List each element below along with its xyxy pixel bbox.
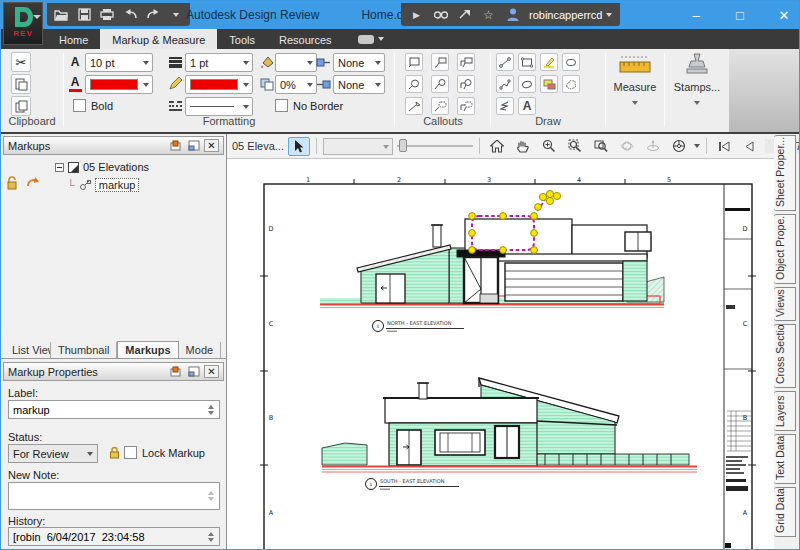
properties-close-icon[interactable]: ✕ [204, 365, 219, 378]
collapse-expander-icon[interactable] [55, 163, 64, 172]
zoom-slider-knob[interactable] [399, 139, 407, 152]
redo-icon[interactable] [145, 7, 161, 23]
tab-markup-measure[interactable]: Markup & Measure [100, 29, 217, 49]
draw-shapes-button[interactable] [540, 75, 558, 93]
application-menu-button[interactable]: REV [3, 2, 43, 45]
previous-page-button[interactable] [739, 137, 761, 156]
draw-freeform-button[interactable] [562, 75, 580, 93]
cloud-leader-callout-button[interactable] [431, 97, 449, 115]
tab-sheet-properties[interactable]: Sheet Proper... [774, 135, 796, 211]
properties-dock-icon[interactable] [186, 365, 201, 379]
orbit-tool-button[interactable] [616, 137, 638, 156]
first-page-button[interactable] [713, 137, 735, 156]
open-file-icon[interactable] [53, 7, 69, 23]
close-button[interactable]: ✕ [775, 8, 793, 23]
fill-color-select[interactable] [275, 53, 317, 72]
rectangle-double-leader-callout-button[interactable] [457, 53, 475, 71]
tab-views[interactable]: Views [774, 287, 796, 321]
lock-markup-checkbox-box[interactable] [124, 446, 137, 459]
turntable-tool-button[interactable] [642, 137, 664, 156]
markups-tree-child-row[interactable]: └ markup [67, 178, 139, 192]
label-input[interactable] [8, 400, 220, 419]
circle-double-leader-callout-button[interactable] [457, 75, 475, 93]
draw-rectangle-button[interactable] [518, 53, 536, 71]
favorites-star-icon[interactable]: ☆ [481, 7, 496, 22]
history-spinner[interactable] [205, 529, 216, 544]
measure-button[interactable]: Measure [608, 51, 662, 129]
zoom-slider[interactable] [397, 138, 473, 154]
tab-cross-sections[interactable]: Cross Sectio... [774, 324, 796, 388]
sheet-name-label[interactable]: 05 Eleva... [232, 140, 284, 152]
markup-node-label[interactable]: markup [95, 178, 140, 192]
select-tool-button[interactable] [288, 137, 310, 156]
tab-layers[interactable]: Layers [774, 391, 796, 431]
undo-icon[interactable] [122, 7, 138, 23]
cloud-double-leader-callout-button[interactable] [457, 97, 475, 115]
sheet-node-label[interactable]: 05 Elevations [83, 161, 149, 173]
dock-panel-icon[interactable] [186, 139, 201, 153]
tab-list-view[interactable]: List View [5, 342, 51, 358]
navigation-caret-icon[interactable] [694, 144, 700, 148]
tab-text-data[interactable]: Text Data [774, 434, 796, 484]
properties-status-icon[interactable] [168, 365, 183, 379]
draw-text-button[interactable]: A [518, 97, 536, 115]
zoom-tool-button[interactable] [538, 137, 560, 156]
rectangle-callout-button[interactable] [405, 53, 423, 71]
arrow-end-select[interactable]: None [333, 75, 385, 94]
tab-markups[interactable]: Markups [117, 341, 178, 358]
tab-mode[interactable]: Mode [179, 342, 222, 358]
arrow-callout-button[interactable] [405, 97, 423, 115]
copy-button[interactable] [11, 96, 31, 116]
markups-panel-close-icon[interactable]: ✕ [204, 139, 219, 152]
signed-in-user-menu[interactable]: robincapperrcd [529, 9, 612, 21]
highlighter-button[interactable] [540, 53, 558, 71]
steering-wheel-button[interactable] [668, 137, 690, 156]
font-color-select[interactable] [85, 75, 153, 94]
save-icon[interactable] [76, 7, 92, 23]
font-size-select[interactable]: 10 pt [85, 53, 153, 72]
bold-checkbox[interactable]: Bold [73, 99, 113, 112]
no-border-checkbox[interactable]: No Border [275, 99, 343, 112]
draw-rounded-rectangle-button[interactable] [562, 53, 580, 71]
draw-polyline-button[interactable] [496, 75, 514, 93]
communication-center-icon[interactable] [457, 7, 472, 22]
tab-resources[interactable]: Resources [267, 29, 344, 49]
pan-tool-button[interactable] [512, 137, 534, 156]
play-tutorial-icon[interactable]: ▶ [409, 7, 424, 22]
paste-button[interactable] [11, 74, 31, 94]
draw-ellipse-button[interactable] [518, 75, 536, 93]
rectangle-leader-callout-button[interactable] [431, 53, 449, 71]
status-select[interactable]: For Review [8, 444, 98, 463]
circle-callout-button[interactable] [405, 75, 423, 93]
circle-leader-callout-button[interactable] [431, 75, 449, 93]
home-view-button[interactable] [486, 137, 508, 156]
search-binoculars-icon[interactable] [433, 7, 448, 22]
no-border-checkbox-box[interactable] [275, 99, 288, 112]
label-spinner[interactable] [205, 402, 216, 417]
tab-tools[interactable]: Tools [217, 29, 267, 49]
lock-markup-checkbox[interactable]: Lock Markup [124, 446, 205, 459]
bold-checkbox-box[interactable] [73, 99, 86, 112]
zoom-extents-button[interactable] [564, 137, 586, 156]
screencast-video-button[interactable] [358, 29, 384, 49]
new-note-spinner[interactable] [205, 484, 216, 508]
maximize-button[interactable]: □ [731, 8, 749, 23]
new-note-textarea[interactable] [8, 482, 220, 510]
tab-thumbnail[interactable]: Thumbnail [51, 342, 117, 358]
cut-button[interactable]: ✂ [11, 52, 31, 72]
line-weight-select[interactable]: 1 pt [185, 53, 253, 72]
tab-home[interactable]: Home [47, 29, 100, 49]
stamps-button[interactable]: Stamps... [670, 51, 724, 129]
markups-tree-root-row[interactable]: 05 Elevations [55, 161, 149, 173]
draw-line-button[interactable] [496, 53, 514, 71]
arrow-start-select[interactable]: None [333, 53, 385, 72]
tab-grid-data[interactable]: Grid Data [774, 487, 796, 537]
qat-customize-caret-icon[interactable] [168, 7, 184, 23]
unlock-icon[interactable] [6, 176, 18, 190]
line-style-select[interactable] [185, 97, 253, 116]
drawing-viewport[interactable]: 1 2 3 4 5 D C B A D C B A [227, 159, 774, 550]
markup-status-icon[interactable] [168, 139, 183, 153]
history-input[interactable] [8, 527, 220, 546]
transparency-select[interactable]: 0% [275, 75, 317, 94]
line-color-select[interactable] [185, 75, 253, 94]
